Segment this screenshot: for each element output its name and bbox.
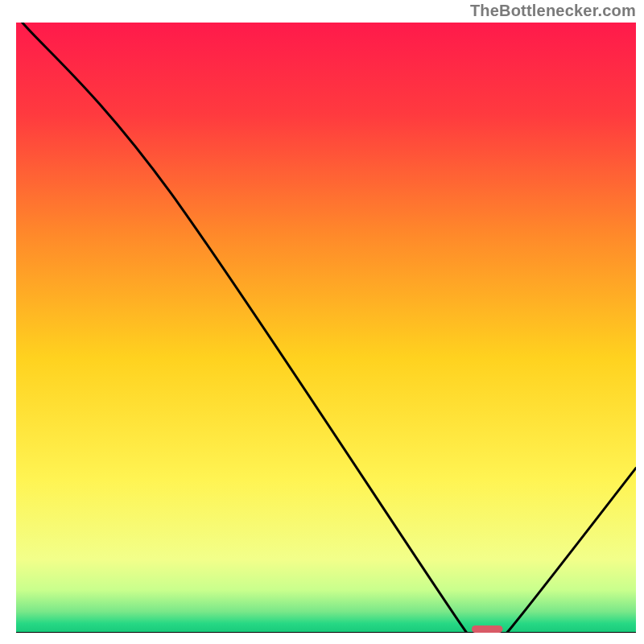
chart-wrapper: TheBottlenecker.com	[0, 0, 644, 644]
bottleneck-chart	[16, 23, 636, 633]
optimal-marker	[472, 625, 503, 633]
attribution-label: TheBottlenecker.com	[470, 2, 636, 20]
chart-svg	[16, 23, 636, 633]
